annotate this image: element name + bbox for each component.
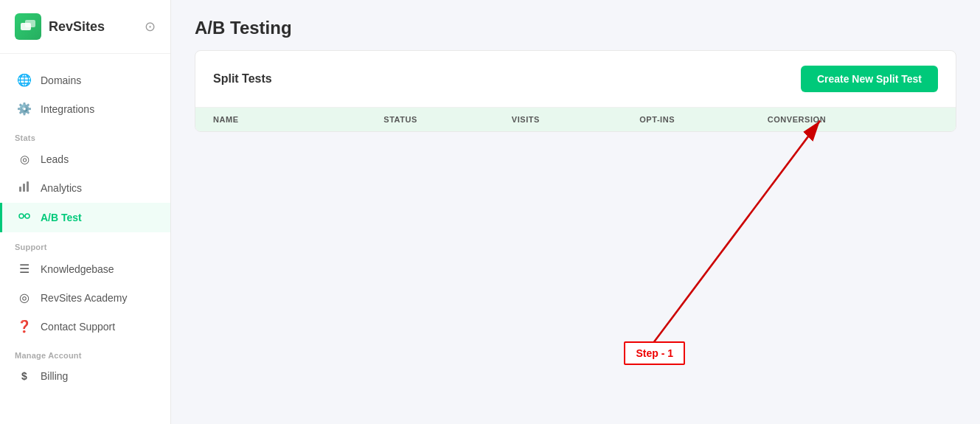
col-conversion: CONVERSION — [768, 115, 938, 124]
svg-rect-3 — [23, 184, 25, 192]
svg-rect-1 — [25, 20, 35, 27]
svg-point-5 — [19, 214, 24, 218]
ab-test-icon — [17, 210, 32, 225]
sidebar-item-analytics[interactable]: Analytics — [0, 173, 170, 203]
settings-icon[interactable]: ⊙ — [145, 18, 156, 35]
app-logo-icon — [15, 13, 41, 40]
col-status: STATUS — [383, 115, 511, 124]
table-header: NAME STATUS VISITS OPT-INS CONVERSION — [195, 108, 956, 131]
sidebar-item-domains[interactable]: 🌐 Domains — [0, 66, 170, 94]
sidebar-item-contact-support[interactable]: ❓ Contact Support — [0, 312, 170, 341]
sidebar-logo: RevSites ⊙ — [0, 0, 170, 54]
card-header: Split Tests Create New Split Test — [195, 51, 956, 108]
sidebar-item-leads[interactable]: ◎ Leads — [0, 145, 170, 173]
sidebar-item-knowledgebase[interactable]: ☰ Knowledgebase — [0, 254, 170, 283]
knowledgebase-icon: ☰ — [17, 262, 32, 276]
sidebar-item-label: RevSites Academy — [41, 292, 128, 304]
arrow-svg — [171, 87, 980, 424]
app-name: RevSites — [49, 19, 105, 35]
col-name: NAME — [213, 115, 383, 124]
col-visits: VISITS — [512, 115, 639, 124]
sidebar-item-label: Domains — [41, 74, 81, 86]
svg-rect-4 — [27, 181, 29, 192]
svg-rect-2 — [19, 187, 21, 192]
annotation-layer: Step - 1 — [171, 87, 980, 424]
sidebar-item-label: Analytics — [41, 182, 82, 194]
manage-section-label: Manage Account — [0, 341, 170, 363]
step-label: Step - 1 — [624, 341, 685, 365]
question-icon: ❓ — [17, 319, 32, 333]
main-body: Split Tests Create New Split Test NAME S… — [171, 50, 980, 424]
split-tests-card: Split Tests Create New Split Test NAME S… — [195, 50, 956, 132]
sidebar-item-billing[interactable]: $ Billing — [0, 363, 170, 389]
main-content-area: A/B Testing Split Tests Create New Split… — [171, 0, 980, 424]
stats-section-label: Stats — [0, 123, 170, 145]
sidebar-item-label: Integrations — [41, 103, 94, 115]
sidebar-nav: 🌐 Domains ⚙️ Integrations Stats ◎ Leads … — [0, 54, 170, 424]
create-split-test-button[interactable]: Create New Split Test — [801, 66, 938, 92]
svg-line-9 — [643, 121, 820, 357]
sidebar: RevSites ⊙ 🌐 Domains ⚙️ Integrations Sta… — [0, 0, 171, 424]
sidebar-item-label: A/B Test — [41, 212, 82, 223]
academy-icon: ◎ — [17, 291, 32, 305]
col-optins: OPT-INS — [639, 115, 767, 124]
sidebar-item-label: Knowledgebase — [41, 263, 114, 275]
gear-icon: ⚙️ — [17, 102, 32, 116]
support-section-label: Support — [0, 232, 170, 254]
card-title: Split Tests — [213, 72, 272, 86]
sidebar-item-label: Leads — [41, 153, 69, 165]
sidebar-item-ab-test[interactable]: A/B Test — [0, 203, 170, 232]
sidebar-item-label: Contact Support — [41, 321, 115, 333]
billing-icon: $ — [17, 370, 32, 382]
page-title: A/B Testing — [195, 18, 956, 38]
sidebar-item-label: Billing — [41, 370, 68, 382]
main-header: A/B Testing — [171, 0, 980, 50]
globe-icon: 🌐 — [17, 73, 32, 87]
analytics-icon — [17, 181, 32, 195]
sidebar-item-integrations[interactable]: ⚙️ Integrations — [0, 94, 170, 123]
svg-point-6 — [25, 214, 29, 218]
leads-icon: ◎ — [17, 153, 32, 166]
sidebar-item-revsites-academy[interactable]: ◎ RevSites Academy — [0, 283, 170, 312]
